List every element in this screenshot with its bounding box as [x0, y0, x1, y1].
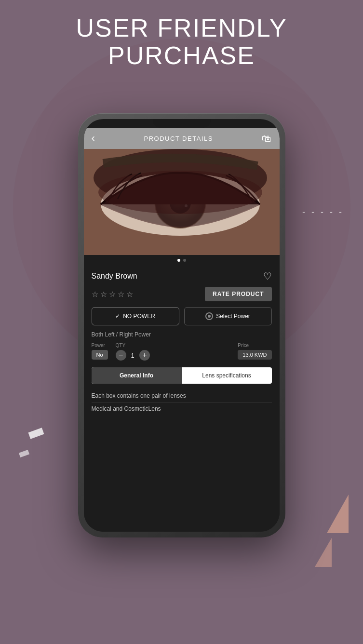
nav-title: PRODUCT DETAILS — [144, 135, 213, 142]
tab-lens-specifications[interactable]: Lens specifications — [182, 367, 272, 384]
radio-inner — [208, 315, 211, 318]
back-button[interactable]: ‹ — [92, 132, 95, 145]
phone-screen: ‹ PRODUCT DETAILS 🛍 — [84, 119, 280, 532]
svg-point-8 — [98, 171, 262, 214]
star-5[interactable]: ☆ — [126, 290, 133, 299]
product-content: Sandy Brown ♡ ☆ ☆ ☆ ☆ ☆ RATE PRODUCT — [84, 266, 280, 532]
deco-triangle-2 — [315, 538, 332, 567]
info-line-2: Medical and CosmeticLens — [92, 402, 272, 415]
power-value: No — [92, 350, 108, 360]
deco-rect-1 — [28, 428, 44, 439]
price-col-label: Price — [238, 343, 271, 348]
nav-bar: ‹ PRODUCT DETAILS 🛍 — [84, 128, 280, 149]
select-power-label: Select Power — [216, 313, 250, 320]
star-1[interactable]: ☆ — [92, 290, 98, 299]
rating-row: ☆ ☆ ☆ ☆ ☆ RATE PRODUCT — [92, 287, 272, 301]
qty-controls: − 1 + — [116, 350, 150, 361]
phone-mockup: ‹ PRODUCT DETAILS 🛍 — [78, 113, 285, 537]
info-line-1: Each box contains one pair of lenses — [92, 389, 272, 402]
qty-column: QTY − 1 + — [116, 343, 150, 361]
power-column: Power No — [92, 343, 108, 360]
star-4[interactable]: ☆ — [118, 290, 124, 299]
dot-2 — [183, 259, 186, 262]
select-power-button[interactable]: Select Power — [184, 307, 272, 325]
tab-general-info[interactable]: General Info — [92, 367, 182, 384]
radio-icon — [205, 312, 213, 320]
price-column: Price 13.0 KWD — [238, 343, 271, 360]
wishlist-button[interactable]: ♡ — [263, 270, 272, 282]
power-col-label: Power — [92, 343, 108, 348]
header-line2: PURCHASE — [0, 42, 363, 69]
product-tabs: General Info Lens specifications — [92, 367, 272, 384]
app-screen: ‹ PRODUCT DETAILS 🛍 — [84, 119, 280, 532]
qty-decrease-button[interactable]: − — [116, 350, 126, 361]
header-line1: USER FRIENDLY — [0, 14, 363, 42]
qty-value: 1 — [131, 352, 134, 359]
phone-outer-shell: ‹ PRODUCT DETAILS 🛍 — [78, 113, 285, 537]
deco-dashes: - - - - - — [302, 207, 344, 217]
deco-rect-2 — [19, 450, 29, 457]
pagination-dots — [84, 255, 280, 266]
eye-image — [84, 149, 280, 255]
product-name-row: Sandy Brown ♡ — [92, 270, 272, 282]
deco-triangle-1 — [327, 495, 349, 533]
no-power-button[interactable]: ✓ NO POWER — [92, 307, 179, 325]
product-image — [84, 149, 280, 255]
page-header: USER FRIENDLY PURCHASE — [0, 14, 363, 69]
checkmark-icon: ✓ — [115, 313, 120, 320]
cart-icon[interactable]: 🛍 — [262, 133, 271, 144]
star-3[interactable]: ☆ — [109, 290, 116, 299]
product-info-lines: Each box contains one pair of lenses Med… — [92, 389, 272, 415]
power-qty-price-row: Power No QTY − 1 + Price — [92, 343, 272, 361]
phone-notch — [153, 119, 211, 128]
star-rating[interactable]: ☆ ☆ ☆ ☆ ☆ — [92, 290, 133, 299]
star-2[interactable]: ☆ — [100, 290, 107, 299]
qty-col-label: QTY — [116, 343, 150, 348]
qty-increase-button[interactable]: + — [139, 350, 150, 361]
product-name: Sandy Brown — [92, 272, 137, 281]
price-value: 13.0 KWD — [238, 350, 271, 360]
rate-product-button[interactable]: RATE PRODUCT — [205, 287, 271, 301]
no-power-label: NO POWER — [123, 313, 155, 320]
tab-general-info-label: General Info — [120, 372, 153, 379]
tab-lens-spec-label: Lens specifications — [202, 372, 251, 379]
dot-1 — [177, 259, 180, 262]
power-section-label: Both Left / Right Power — [92, 331, 272, 338]
power-selection-row: ✓ NO POWER Select Power — [92, 307, 272, 325]
